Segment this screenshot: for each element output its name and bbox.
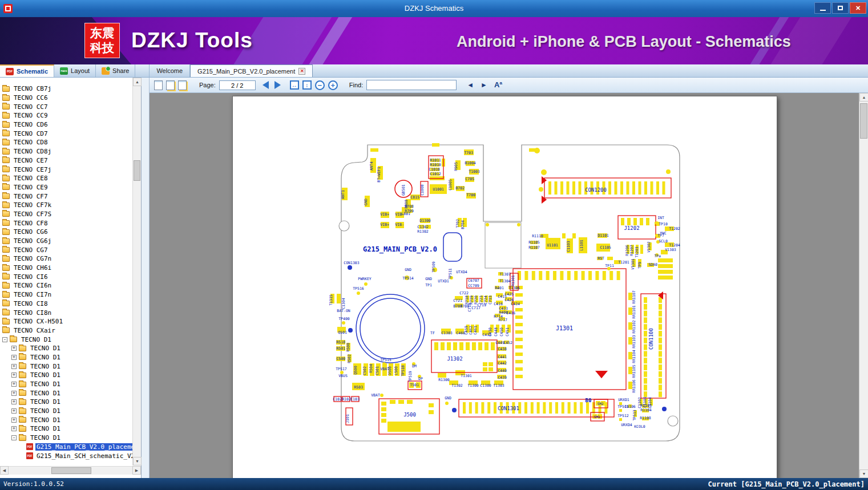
tree-subfolder[interactable]: +TECNO D1 xyxy=(0,388,132,398)
find-next-icon[interactable]: ► xyxy=(481,81,487,89)
tree-folder[interactable]: TECNO CF7k xyxy=(0,201,132,210)
tree-file[interactable]: PDFG215_Main_PCB_V2.0_placement xyxy=(0,443,132,452)
tree-folder[interactable]: TECNO CF7S xyxy=(0,210,132,219)
collapse-box-icon[interactable]: - xyxy=(11,435,17,440)
tree-folder[interactable]: TECNO CI7n xyxy=(0,290,132,299)
tree-subfolder[interactable]: +TECNO D1 xyxy=(0,424,132,434)
scroll-down-icon[interactable]: ▼ xyxy=(133,457,142,465)
font-size-icon[interactable]: Aa xyxy=(494,80,502,89)
pcb-label: R1104 xyxy=(640,408,652,412)
tree-subfolder[interactable]: +TECNO D1 xyxy=(0,371,132,380)
pdf-page[interactable]: ANT4BT+WIF1ANT1GNDGB501C1008U1001C1005C8… xyxy=(232,96,777,478)
find-previous-icon[interactable]: ◄ xyxy=(467,81,474,89)
tree-folder[interactable]: TECNO CG7 xyxy=(0,245,132,254)
tree-subfolder[interactable]: +TECNO D1 xyxy=(0,362,132,371)
document-viewer[interactable]: ANT4BT+WIF1ANT1GNDGB501C1008U1001C1005C8… xyxy=(150,93,859,478)
tree-subfolder-expanded[interactable]: -TECNO D1 xyxy=(0,434,132,443)
tree-folder[interactable]: TECNO CE9 xyxy=(0,183,132,192)
expand-box-icon[interactable]: + xyxy=(11,355,17,360)
scroll-up-icon[interactable]: ▲ xyxy=(133,78,142,86)
sidebar-horizontal-scrollbar[interactable]: ◀ ▶ xyxy=(0,466,141,475)
previous-page-button[interactable] xyxy=(263,81,269,89)
collapse-box-icon[interactable]: - xyxy=(2,337,7,342)
tree-folder[interactable]: TECNO CC7 xyxy=(0,102,132,111)
tree-subfolder[interactable]: +TECNO D1 xyxy=(0,398,132,407)
zoom-out-button[interactable]: − xyxy=(315,80,325,90)
tree-folder[interactable]: TECNO CX-H501 xyxy=(0,317,132,326)
tree-folder[interactable]: TECNO CB7j xyxy=(0,84,132,94)
page-view-icon[interactable] xyxy=(154,80,163,90)
tree-folder[interactable]: TECNO CC6 xyxy=(0,94,132,103)
tree-subfolder[interactable]: +TECNO D1 xyxy=(0,415,132,424)
tree-folder[interactable]: TECNO CI6n xyxy=(0,281,132,290)
viewer-scroll-up-icon[interactable]: ▲ xyxy=(859,93,868,102)
tree-folder[interactable]: TECNO CE7j xyxy=(0,165,132,174)
folder-icon xyxy=(2,247,10,253)
page-number-input[interactable]: 2 / 2 xyxy=(219,80,256,90)
tab-share[interactable]: Share xyxy=(96,64,135,77)
minimize-button[interactable] xyxy=(814,2,831,14)
tree-folder[interactable]: TECNO CE8 xyxy=(0,174,132,183)
expand-box-icon[interactable]: + xyxy=(11,408,17,414)
fit-width-icon[interactable]: ↔ xyxy=(290,80,299,90)
tree-folder[interactable]: TECNO CG6j xyxy=(0,237,132,246)
next-page-button[interactable] xyxy=(274,81,281,89)
tree-folder[interactable]: TECNO CD8j xyxy=(0,147,132,156)
sidebar-hscrollbar-thumb[interactable] xyxy=(51,467,91,474)
expand-box-icon[interactable]: + xyxy=(11,346,17,351)
fit-page-icon[interactable]: ↕ xyxy=(302,80,312,90)
tree-folder[interactable]: TECNO CC9 xyxy=(0,111,132,120)
zoom-in-button[interactable]: + xyxy=(328,80,338,90)
tree-folder[interactable]: TECNO CF7 xyxy=(0,192,132,201)
tab-close-icon[interactable]: ✕ xyxy=(298,68,305,75)
expand-box-icon[interactable]: + xyxy=(11,399,17,404)
scroll-left-icon[interactable]: ◀ xyxy=(0,466,9,475)
tree-folder-expanded[interactable]: -TECNO D1 xyxy=(0,335,132,344)
expand-box-icon[interactable]: + xyxy=(11,391,17,396)
tree-folder[interactable]: TECNO CI8 xyxy=(0,299,132,309)
pcb-label: T1302 xyxy=(451,383,463,388)
viewer-scroll-down-icon[interactable]: ▼ xyxy=(859,469,868,478)
scroll-right-icon[interactable]: ▶ xyxy=(132,466,141,475)
tree-subfolder[interactable]: +TECNO D1 xyxy=(0,380,132,389)
tree-folder[interactable]: TECNO CD8 xyxy=(0,138,132,147)
tab-schematic[interactable]: PDF Schematic xyxy=(0,64,54,77)
tree-folder[interactable]: TECNO CF8 xyxy=(0,218,132,228)
tree-subfolder[interactable]: +TECNO D1 xyxy=(0,353,132,362)
pcb-label: V1303 xyxy=(665,248,676,252)
expand-box-icon[interactable]: + xyxy=(11,426,17,431)
tree-subfolder[interactable]: +TECNO D1 xyxy=(0,344,132,353)
tree-folder[interactable]: TECNO CE7 xyxy=(0,156,132,165)
expand-box-icon[interactable]: + xyxy=(11,372,17,378)
copy-page-icon[interactable] xyxy=(166,80,175,90)
tab-document[interactable]: G215_Main_PCB_V2.0_placement ✕ xyxy=(190,64,313,77)
pcb-label: R501 xyxy=(336,346,345,351)
tree-folder[interactable]: TECNO CG6 xyxy=(0,228,132,237)
tree-folder[interactable]: TECNO CD6 xyxy=(0,120,132,129)
tree-subfolder[interactable]: +TECNO D1 xyxy=(0,407,132,416)
tree-folder[interactable]: TECNO CI8n xyxy=(0,308,132,317)
tree-folder[interactable]: TECNO CXair xyxy=(0,326,132,335)
sidebar-scrollbar-thumb[interactable] xyxy=(134,160,140,181)
viewer-scrollbar-thumb[interactable] xyxy=(860,103,867,139)
tree-folder[interactable]: TECNO CG7n xyxy=(0,254,132,264)
find-input[interactable] xyxy=(366,80,457,90)
expand-box-icon[interactable]: + xyxy=(11,364,17,369)
tree-file[interactable]: PDFG215_Main_SCH_schematic_V2.0 xyxy=(0,451,132,460)
tree-folder[interactable]: TECNO CH6i xyxy=(0,264,132,273)
tab-welcome[interactable]: Welcome xyxy=(149,64,190,77)
sidebar-vertical-scrollbar[interactable]: ▲ ▼ xyxy=(132,78,141,465)
pcb-testpoint xyxy=(348,328,353,333)
splitter[interactable] xyxy=(142,78,150,478)
tab-layout[interactable]: PADS Layout xyxy=(54,64,96,77)
close-button[interactable]: ✕ xyxy=(850,2,866,14)
tree-folder[interactable]: TECNO CI6 xyxy=(0,272,132,281)
expand-box-icon[interactable]: + xyxy=(11,382,17,387)
viewer-vertical-scrollbar[interactable]: ▲ ▼ xyxy=(859,93,868,478)
expand-box-icon[interactable]: + xyxy=(11,418,17,423)
pcb-label: SDA0 xyxy=(648,262,657,267)
maximize-button[interactable] xyxy=(832,2,849,14)
pcb-pad xyxy=(539,187,543,192)
snapshot-icon[interactable] xyxy=(178,80,187,90)
tree-folder[interactable]: TECNO CD7 xyxy=(0,129,132,138)
